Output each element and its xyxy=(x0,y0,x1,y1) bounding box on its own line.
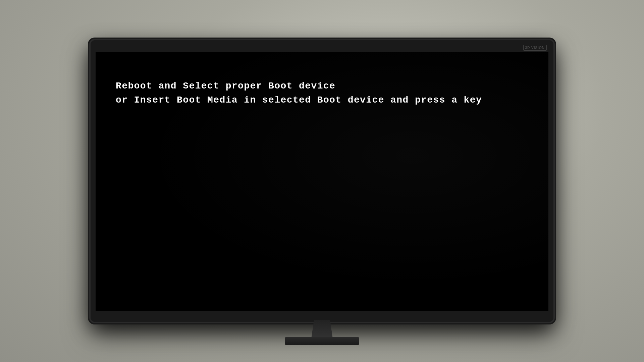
bios-line-1: Reboot and Select proper Boot device xyxy=(116,79,528,93)
screen-content: Reboot and Select proper Boot device or … xyxy=(116,79,528,107)
monitor-brand-label: 3D VISION xyxy=(523,45,547,51)
monitor-stand-base xyxy=(285,337,359,345)
monitor: 3D VISION Reboot and Select proper Boot … xyxy=(91,40,553,322)
monitor-screen: Reboot and Select proper Boot device or … xyxy=(96,52,548,311)
monitor-bezel-top: 3D VISION xyxy=(91,43,553,52)
bios-line-2: or Insert Boot Media in selected Boot de… xyxy=(116,93,528,107)
